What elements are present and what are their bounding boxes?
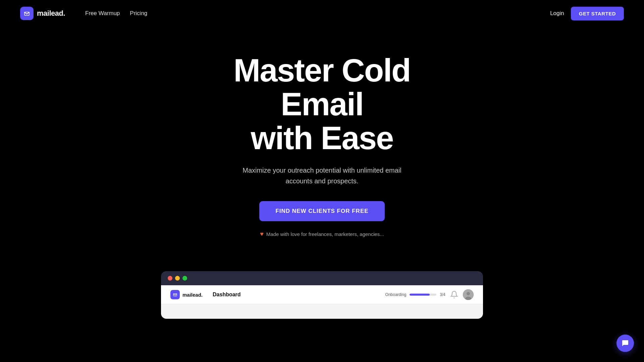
chat-widget[interactable] [616,335,634,352]
dashboard-nav-label[interactable]: Dashboard [213,292,241,298]
dashboard-topbar: mailead. Dashboard Onboarding 3/4 [161,285,483,304]
dashboard-logo-text: mailead. [182,292,203,298]
hero-section: Master Cold Email with Ease Maximize you… [0,27,644,258]
window-dot-yellow[interactable] [175,276,180,281]
logo-icon [20,7,34,20]
nav-link-free-warmup[interactable]: Free Warmup [85,10,120,17]
hero-title-line1: Master Cold [233,52,410,88]
nav-links: Free Warmup Pricing [85,10,147,17]
hero-tagline: ♥ Made with love for freelances, markete… [260,231,384,238]
heart-icon: ♥ [260,231,264,238]
notification-bell-icon[interactable] [450,291,458,299]
hero-title-line3: with Ease [251,120,393,156]
dashboard-logo-icon [170,290,180,299]
window-dot-red[interactable] [168,276,172,281]
svg-point-4 [467,292,470,295]
user-avatar[interactable] [463,289,474,300]
onboarding-count: 3/4 [440,292,445,297]
dashboard-preview: mailead. Dashboard Onboarding 3/4 [161,271,483,319]
logo[interactable]: mailead. [20,7,65,20]
chat-icon [621,339,629,347]
dashboard-preview-wrapper: mailead. Dashboard Onboarding 3/4 [0,271,644,319]
navbar: mailead. Free Warmup Pricing Login GET S… [0,0,644,27]
hero-title-line2: Email [281,86,363,122]
get-started-button[interactable]: GET STARTED [571,7,624,20]
hero-title: Master Cold Email with Ease [233,54,410,155]
cta-button[interactable]: FIND NEW CLIENTS FOR FREE [259,201,384,221]
tagline-text: Made with love for freelances, marketers… [266,231,384,237]
logo-text: mailead. [37,9,65,18]
window-dot-green[interactable] [182,276,187,281]
dashboard-right-area: Onboarding 3/4 [385,289,474,300]
onboarding-fill [410,294,430,296]
onboarding-area: Onboarding 3/4 [385,292,445,297]
navbar-left: mailead. Free Warmup Pricing [20,7,147,20]
onboarding-progress-bar [410,294,436,296]
onboarding-label: Onboarding [385,292,407,297]
navbar-right: Login GET STARTED [550,7,624,20]
dashboard-titlebar [161,271,483,285]
nav-link-pricing[interactable]: Pricing [130,10,147,17]
login-link[interactable]: Login [550,10,564,17]
dashboard-inner: mailead. Dashboard Onboarding 3/4 [161,285,483,319]
dashboard-logo[interactable]: mailead. [170,290,203,299]
dashboard-brand-area: mailead. Dashboard [170,290,241,299]
hero-subtitle: Maximize your outreach potential with un… [241,165,402,186]
